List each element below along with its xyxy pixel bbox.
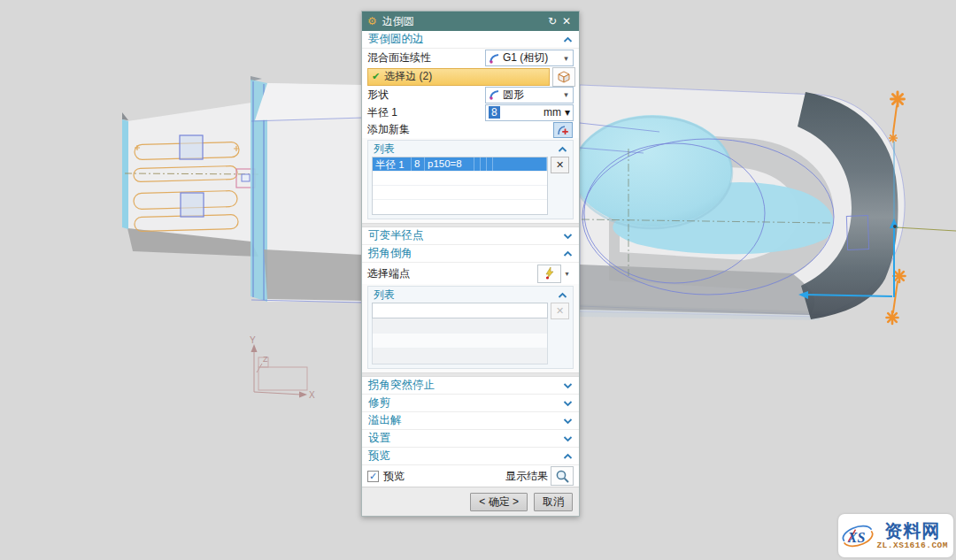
table-row[interactable] — [372, 303, 548, 318]
remove-radius-set-button[interactable]: ✕ — [551, 157, 569, 173]
section-header-preview[interactable]: 预览 — [362, 448, 579, 465]
add-new-set-label: 添加新集 — [367, 122, 553, 137]
watermark-site-url: ZL.XS1616.COM — [876, 541, 948, 550]
remove-corner-item-button[interactable]: ✕ — [551, 303, 569, 319]
chevron-down-icon: ▾ — [565, 106, 570, 119]
table-row-selected[interactable]: 半径 1 8 p150=8 — [373, 157, 547, 172]
continuity-row: 混合面连续性 G1 (相切) ▾ — [362, 49, 579, 67]
chevron-down-icon[interactable] — [563, 400, 573, 407]
radius-value: 8 — [489, 106, 500, 119]
corner-list-table[interactable] — [372, 303, 548, 364]
cancel-button[interactable]: 取消 — [534, 493, 573, 511]
ok-button[interactable]: < 确定 > — [470, 493, 528, 511]
select-endpoint-button[interactable] — [537, 265, 561, 283]
reset-icon[interactable]: ↻ — [545, 15, 559, 27]
chevron-up-icon[interactable] — [558, 292, 567, 299]
select-edge-row: ✔ 选择边 (2) — [362, 67, 579, 86]
chevron-up-icon[interactable] — [563, 453, 573, 460]
corner-list-header[interactable]: 列表 — [372, 288, 569, 303]
section-header-overflow[interactable]: 溢出解 — [362, 412, 579, 430]
radius-list-group: 列表 半径 1 8 p150=8 ✕ — [367, 140, 574, 219]
watermark-logo: XS — [840, 517, 875, 556]
close-icon[interactable]: ✕ — [559, 15, 574, 27]
chevron-up-icon[interactable] — [563, 250, 573, 257]
table-row[interactable] — [373, 172, 547, 186]
continuity-value: G1 (相切) — [503, 50, 559, 65]
coordinate-triad: Y X Z — [250, 335, 315, 400]
section-header-variable-radius[interactable]: 可变半径点 — [362, 227, 579, 245]
radius-input[interactable]: 8 mm ▾ — [485, 104, 574, 121]
cube-icon — [557, 70, 571, 84]
select-edge-button[interactable]: ✔ 选择边 (2) — [367, 68, 550, 86]
radius-list-table[interactable]: 半径 1 8 p150=8 — [372, 157, 548, 215]
section-label: 拐角突然停止 — [368, 378, 435, 393]
radius-row: 半径 1 8 mm ▾ — [362, 104, 579, 121]
row-value-cell: 8 — [412, 157, 425, 171]
edge-blend-dialog: ⚙ 边倒圆 ↻ ✕ 要倒圆的边 混合面连续性 G1 (相切) ▾ ✔ — [361, 11, 580, 517]
section-label: 溢出解 — [368, 413, 402, 428]
radius-handle-top[interactable] — [890, 92, 905, 142]
watermark-logo-text: XS — [847, 529, 866, 544]
checkbox-check-icon: ✓ — [369, 472, 377, 481]
list-label: 列表 — [374, 288, 395, 303]
chevron-down-icon[interactable] — [563, 435, 573, 442]
dialog-footer: < 确定 > 取消 — [362, 487, 579, 516]
list-label: 列表 — [374, 142, 395, 157]
shape-dropdown[interactable]: 圆形 ▾ — [485, 87, 574, 104]
section-header-corner-stop[interactable]: 拐角突然停止 — [362, 377, 579, 395]
model-body-left — [122, 76, 363, 303]
table-row[interactable] — [373, 186, 547, 200]
chevron-down-icon[interactable]: ▾ — [561, 265, 573, 283]
table-row[interactable] — [373, 334, 547, 349]
section-header-edges-to-blend[interactable]: 要倒圆的边 — [362, 31, 579, 49]
radius-unit: mm — [544, 106, 561, 119]
gear-icon: ⚙ — [367, 15, 377, 27]
section-header-corner-blend[interactable]: 拐角倒角 — [362, 245, 579, 263]
section-label: 设置 — [368, 431, 390, 446]
shape-row: 形状 圆形 ▾ — [362, 86, 579, 104]
axis-x-label: X — [309, 390, 315, 400]
axis-y-label: Y — [250, 335, 256, 345]
table-row[interactable] — [373, 318, 547, 334]
row-expression-cell: p150=8 — [425, 157, 474, 171]
chevron-up-icon[interactable] — [563, 36, 573, 43]
section-label: 拐角倒角 — [368, 246, 412, 261]
add-new-set-row: 添加新集 — [362, 121, 579, 138]
preview-checkbox[interactable]: ✓ — [367, 471, 379, 482]
continuity-dropdown[interactable]: G1 (相切) ▾ — [485, 50, 574, 66]
chevron-down-icon[interactable] — [563, 418, 573, 425]
preview-checkbox-label: 预览 — [383, 469, 405, 484]
chevron-down-icon: ▾ — [562, 54, 570, 63]
chevron-down-icon[interactable] — [563, 382, 573, 389]
select-endpoint-label: 选择端点 — [367, 266, 537, 281]
application-window: Y X Z ⚙ 边倒圆 ↻ ✕ 要倒圆的边 混合面连续性 G1 (相切) — [0, 0, 956, 560]
dialog-titlebar[interactable]: ⚙ 边倒圆 ↻ ✕ — [362, 12, 579, 31]
add-new-set-button[interactable] — [553, 122, 573, 138]
section-label: 要倒圆的边 — [368, 32, 424, 47]
chevron-down-icon[interactable] — [563, 233, 573, 240]
corner-list-group: 列表 ✕ — [367, 286, 574, 369]
dialog-title: 边倒圆 — [382, 14, 545, 29]
section-header-trim[interactable]: 修剪 — [362, 395, 579, 412]
show-result-button[interactable] — [551, 466, 574, 486]
section-header-settings[interactable]: 设置 — [362, 430, 579, 448]
table-row[interactable] — [373, 200, 547, 214]
continuity-label: 混合面连续性 — [367, 50, 485, 65]
section-label: 预览 — [368, 449, 390, 464]
section-label: 修剪 — [368, 395, 390, 410]
chevron-up-icon[interactable] — [558, 146, 567, 153]
solid-body-filter-button[interactable] — [552, 67, 575, 87]
shape-type-icon — [489, 89, 500, 100]
watermark-site-name: 资料网 — [884, 522, 940, 540]
continuity-type-icon — [489, 53, 500, 64]
watermark: XS 资料网 ZL.XS1616.COM — [838, 514, 953, 557]
table-row[interactable] — [373, 349, 547, 364]
shape-value: 圆形 — [503, 88, 559, 103]
radius-label: 半径 1 — [367, 105, 485, 120]
check-icon: ✔ — [372, 71, 380, 82]
select-edge-label: 选择边 (2) — [384, 69, 432, 84]
radius-list-header[interactable]: 列表 — [372, 142, 569, 157]
model-body-right — [573, 85, 905, 320]
add-set-icon — [557, 124, 569, 136]
show-result-label: 显示结果 — [505, 469, 548, 484]
